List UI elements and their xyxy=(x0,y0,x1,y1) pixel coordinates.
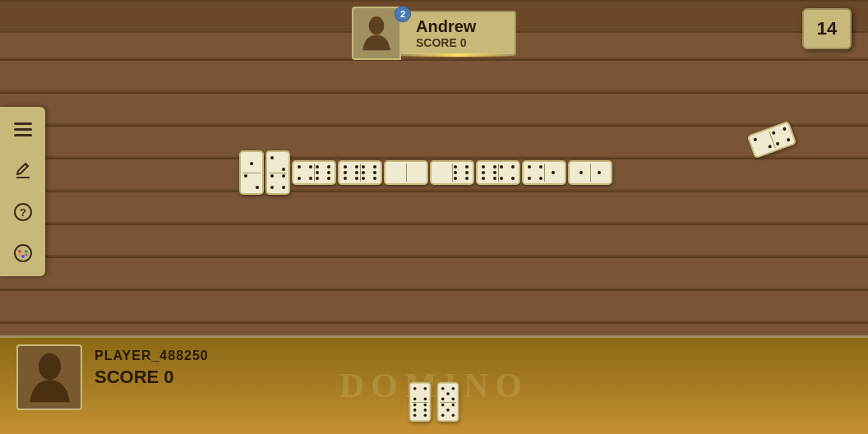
domino-half-left xyxy=(296,164,314,182)
svg-point-10 xyxy=(25,254,27,256)
domino-tile[interactable] xyxy=(522,160,566,185)
svg-point-12 xyxy=(38,353,60,380)
avatar-silhouette-top xyxy=(361,15,392,52)
player-top-avatar xyxy=(352,7,401,60)
menu-button[interactable] xyxy=(7,113,39,146)
round-counter: 14 xyxy=(802,8,852,49)
domino-half-right xyxy=(499,164,517,182)
svg-text:?: ? xyxy=(20,206,26,219)
svg-rect-1 xyxy=(14,128,32,131)
domino-tile[interactable] xyxy=(430,160,474,185)
svg-rect-0 xyxy=(14,122,32,125)
svg-point-6 xyxy=(18,250,21,253)
domino-half-left xyxy=(342,164,360,182)
menu-icon xyxy=(14,122,32,137)
domino-half-bottom xyxy=(440,402,456,418)
player-bottom-name: PLAYER_488250 xyxy=(95,349,209,363)
domino-half-left xyxy=(572,164,590,182)
player-bottom-avatar xyxy=(16,344,82,410)
player-bottom-info: PLAYER_488250 SCORE 0 xyxy=(95,349,209,388)
domino-tile[interactable] xyxy=(338,160,382,185)
domino-half-right xyxy=(407,164,425,182)
player-badge: 2 xyxy=(395,6,411,22)
svg-point-11 xyxy=(369,16,385,35)
domino-half-left xyxy=(388,164,406,182)
domino-half-top xyxy=(269,155,287,173)
domino-tile[interactable] xyxy=(265,150,290,195)
domino-half-right xyxy=(545,164,563,182)
domino-half-bottom xyxy=(412,402,428,418)
player-bottom-panel: PLAYER_488250 SCORE 0 DOMINO xyxy=(0,335,868,434)
svg-point-7 xyxy=(25,250,28,253)
domino-half-top xyxy=(242,155,261,173)
domino-half-right xyxy=(315,164,333,182)
svg-point-8 xyxy=(21,255,25,258)
palette-button[interactable] xyxy=(7,237,39,270)
round-count-value: 14 xyxy=(817,18,837,39)
player-top-panel: 2 Andrew SCORE 0 xyxy=(352,7,516,60)
domino-tile[interactable] xyxy=(292,160,336,185)
domino-half-right xyxy=(453,164,471,182)
domino-tile[interactable] xyxy=(476,160,520,185)
help-icon: ? xyxy=(14,203,32,221)
score-row: SCORE 0 xyxy=(95,367,209,388)
domino-play-area xyxy=(58,82,794,263)
domino-half-top xyxy=(440,386,456,401)
help-button[interactable]: ? xyxy=(7,196,39,229)
player-top-info: 2 Andrew SCORE 0 xyxy=(401,11,516,56)
domino-half-top xyxy=(412,386,428,401)
hand-domino-1[interactable] xyxy=(409,382,432,422)
palette-icon xyxy=(14,244,32,262)
svg-point-5 xyxy=(15,245,31,261)
sidebar: ? xyxy=(0,107,45,276)
edit-icon xyxy=(15,163,31,179)
game-board: ? 14 2 Andr xyxy=(0,0,868,434)
edit-button[interactable] xyxy=(7,155,39,187)
player-top-name: Andrew xyxy=(416,17,500,36)
player-hand-dominoes xyxy=(408,380,460,424)
domino-half-left xyxy=(434,164,452,182)
hand-domino-2[interactable] xyxy=(437,382,459,422)
domino-half-right xyxy=(591,164,609,182)
player-top-score: SCORE 0 xyxy=(416,36,500,49)
domino-half-left xyxy=(480,164,498,182)
avatar-silhouette-bottom xyxy=(27,351,72,404)
domino-tile[interactable] xyxy=(239,150,264,195)
domino-half-bottom xyxy=(269,173,287,192)
domino-tile[interactable] xyxy=(568,160,612,185)
player-bottom-score: SCORE 0 xyxy=(95,367,174,388)
glow-indicator xyxy=(401,53,515,57)
dominoes-row xyxy=(239,150,612,195)
domino-half-bottom xyxy=(242,173,261,192)
svg-point-9 xyxy=(18,254,21,256)
domino-half-left xyxy=(526,164,544,182)
domino-half-right xyxy=(361,164,379,182)
domino-tile[interactable] xyxy=(384,160,428,185)
svg-rect-2 xyxy=(14,134,32,136)
player-badge-value: 2 xyxy=(400,9,405,19)
